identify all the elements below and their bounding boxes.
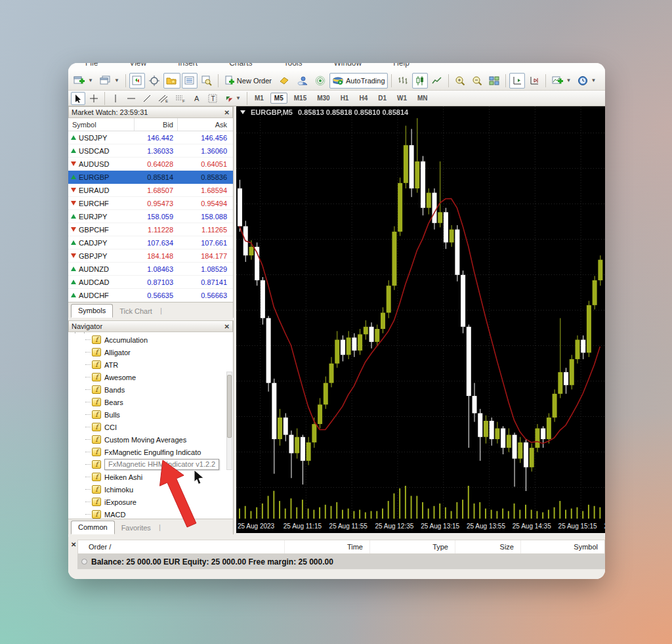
market-watch-row-audchf[interactable]: AUDCHF0.566350.56663 <box>68 289 233 302</box>
navigator-item-custom-moving-averages[interactable]: fCustom Moving Averages <box>68 433 233 446</box>
text-tool-button[interactable]: A <box>190 92 204 105</box>
navigator-toggle-button[interactable] <box>163 73 180 89</box>
zoom-in-button[interactable] <box>452 73 468 89</box>
chart-shift-button[interactable] <box>526 73 542 89</box>
column-symbol[interactable]: Symbol <box>520 540 604 553</box>
timeframe-button-mn[interactable]: MN <box>413 93 432 104</box>
community-button[interactable] <box>294 73 311 89</box>
price-chart-canvas[interactable] <box>236 106 605 521</box>
tab-favorites[interactable]: Favorites <box>115 522 158 534</box>
scrollbar-thumb[interactable] <box>227 375 232 438</box>
auto-scroll-button[interactable] <box>509 73 525 89</box>
navigator-item-ichimoku[interactable]: fIchimoku <box>68 483 233 496</box>
new-order-button[interactable]: New Order <box>222 73 274 89</box>
periods-button[interactable]: ▼ <box>575 73 598 89</box>
horizontal-line-tool-button[interactable] <box>124 92 138 105</box>
tab-tick-chart[interactable]: Tick Chart <box>113 305 159 318</box>
ask-value: 184.177 <box>177 252 232 260</box>
metaeditor-button[interactable] <box>276 73 293 89</box>
bar-chart-button[interactable] <box>395 73 411 89</box>
market-watch-row-gbpjpy[interactable]: GBPJPY184.148184.177 <box>68 249 233 263</box>
indicators-button[interactable]: ▼ <box>549 73 574 89</box>
navigator-item-fxmagnetic-engulfing-indicato[interactable]: fFxMagnetic Engulfing Indicato <box>68 446 233 458</box>
tab-symbols[interactable]: Symbols <box>71 304 113 318</box>
navigator-item-atr[interactable]: fATR <box>68 358 233 371</box>
close-icon[interactable]: ✕ <box>224 323 230 330</box>
market-watch-row-euraud[interactable]: EURAUD1.685071.68594 <box>68 184 233 197</box>
navigator-item-macd[interactable]: fMACD <box>68 508 233 519</box>
tab-common[interactable]: Common <box>71 521 115 534</box>
signals-button[interactable] <box>312 73 328 89</box>
terminal-toggle-button[interactable] <box>182 73 198 89</box>
strategy-tester-button[interactable] <box>199 73 215 89</box>
trendline-tool-button[interactable] <box>140 92 154 105</box>
market-watch-row-gbpchf[interactable]: GBPCHF1.112281.11265 <box>68 223 233 236</box>
account-status-row[interactable]: Balance: 25 000.00 EUR Equity: 25 000.00… <box>77 554 605 569</box>
navigator-item-iexposure[interactable]: fiExposure <box>68 496 233 508</box>
data-window-button[interactable] <box>146 73 162 89</box>
navigator-item-bands[interactable]: fBands <box>68 383 233 396</box>
tile-windows-icon <box>489 75 499 86</box>
column-symbol[interactable]: Symbol <box>68 121 134 129</box>
menu-window[interactable]: Window <box>334 63 362 66</box>
channel-tool-button[interactable]: E <box>156 92 171 105</box>
navigator-item-label: Heiken Ashi <box>104 473 142 481</box>
market-watch-row-usdcad[interactable]: USDCAD1.360331.36060 <box>68 144 233 158</box>
market-watch-row-eurjpy[interactable]: EURJPY158.059158.088 <box>68 210 233 223</box>
column-order[interactable]: Order / <box>78 543 284 551</box>
profiles-button[interactable]: ▼ <box>97 73 122 89</box>
navigator-item-cci[interactable]: fCCI <box>68 421 233 433</box>
candlestick-chart-button[interactable] <box>412 73 428 89</box>
close-icon[interactable]: ✕ <box>71 541 76 548</box>
market-watch-row-audusd[interactable]: AUDUSD0.640280.64051 <box>68 158 233 171</box>
line-chart-button[interactable] <box>429 73 445 89</box>
label-tool-button[interactable]: T <box>205 92 220 105</box>
column-ask[interactable]: Ask <box>177 118 232 131</box>
menu-view[interactable]: View <box>129 63 146 66</box>
menu-charts[interactable]: Charts <box>229 63 252 66</box>
column-type[interactable]: Type <box>369 540 455 553</box>
timeframe-button-m30[interactable]: M30 <box>313 93 333 104</box>
column-size[interactable]: Size <box>455 540 520 553</box>
crosshair-tool-button[interactable] <box>87 92 101 105</box>
timeframe-button-m15[interactable]: M15 <box>290 93 310 104</box>
timeframe-button-h1[interactable]: H1 <box>337 93 353 104</box>
cursor-tool-button[interactable] <box>71 92 85 105</box>
navigator-item-bulls[interactable]: fBulls <box>68 408 233 421</box>
timeframe-button-m5[interactable]: M5 <box>270 93 287 104</box>
fibonacci-tool-button[interactable]: F <box>173 92 188 105</box>
navigator-item-fxmagnetic-hhm-indicator-v1-2-2[interactable]: fFxMagnetic HHM Indicator v1.2.2 <box>68 458 233 471</box>
navigator-item-alligator[interactable]: fAlligator <box>68 346 233 358</box>
market-watch-row-usdjpy[interactable]: USDJPY146.442146.456 <box>68 131 233 144</box>
navigator-item-heiken-ashi[interactable]: fHeiken Ashi <box>68 471 233 483</box>
market-watch-row-eurchf[interactable]: EURCHF0.954730.95494 <box>68 197 233 210</box>
market-watch-row-audcad[interactable]: AUDCAD0.871030.87141 <box>68 276 233 289</box>
timeframe-button-d1[interactable]: D1 <box>374 93 390 104</box>
tile-windows-button[interactable] <box>486 73 502 89</box>
new-chart-button[interactable]: ▼ <box>71 73 96 89</box>
ask-value: 1.36060 <box>177 147 232 155</box>
timeframe-button-m1[interactable]: M1 <box>251 93 268 104</box>
navigator-item-bears[interactable]: fBears <box>68 396 233 408</box>
zoom-out-button[interactable] <box>469 73 485 89</box>
menu-file[interactable]: File <box>85 63 98 66</box>
close-icon[interactable]: ✕ <box>224 109 230 116</box>
market-watch-row-eurgbp[interactable]: EURGBP0.858140.85836 <box>68 171 233 184</box>
autotrading-button[interactable]: AutoTrading <box>329 73 388 89</box>
vertical-line-tool-button[interactable] <box>108 92 123 105</box>
market-watch-toggle-button[interactable] <box>129 73 145 89</box>
menu-tools[interactable]: Tools <box>284 63 303 66</box>
navigator-scrollbar[interactable] <box>226 372 232 470</box>
menu-insert[interactable]: Insert <box>178 63 198 66</box>
column-bid[interactable]: Bid <box>134 118 177 131</box>
column-time[interactable]: Time <box>284 540 369 553</box>
one-click-trading-icon[interactable] <box>240 110 245 114</box>
timeframe-button-h4[interactable]: H4 <box>355 93 371 104</box>
navigator-item-accumulation[interactable]: fAccumulation <box>68 333 233 346</box>
timeframe-button-w1[interactable]: W1 <box>393 93 411 104</box>
arrows-tool-button[interactable]: ▼ <box>221 92 243 105</box>
navigator-item-awesome[interactable]: fAwesome <box>68 371 233 383</box>
market-watch-row-cadjpy[interactable]: CADJPY107.634107.661 <box>68 236 233 249</box>
menu-help[interactable]: Help <box>393 63 410 66</box>
market-watch-row-audnzd[interactable]: AUDNZD1.084631.08529 <box>68 263 233 276</box>
